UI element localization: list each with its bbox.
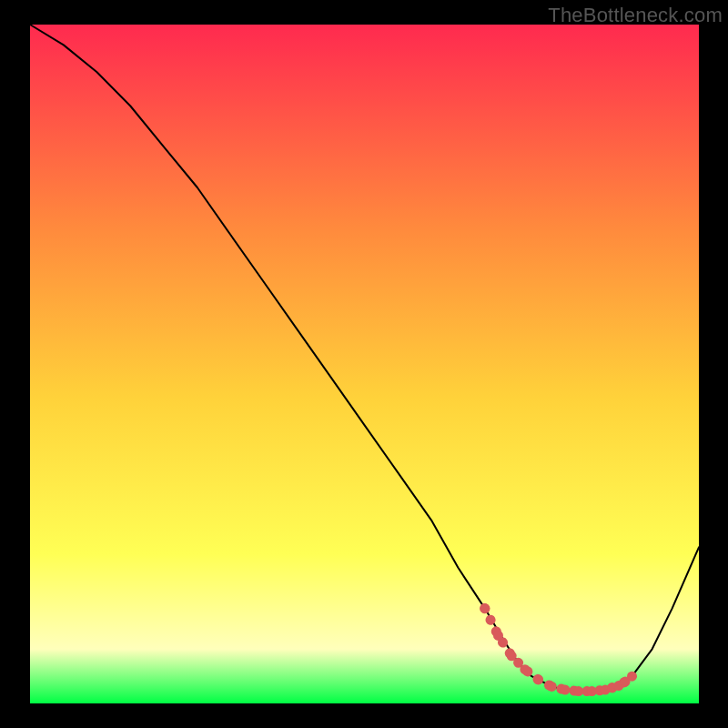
highlight-marker-dot xyxy=(547,682,557,692)
highlight-marker-dot xyxy=(587,686,597,696)
plot-background xyxy=(30,25,699,703)
highlight-marker-dot xyxy=(480,603,490,613)
chart-canvas: TheBottleneck.com xyxy=(0,0,728,728)
highlight-marker-dot xyxy=(573,686,583,696)
highlight-marker-dot xyxy=(627,672,637,682)
highlight-marker-dot xyxy=(533,674,543,684)
highlight-marker-dot xyxy=(561,685,571,695)
highlight-marker-dot xyxy=(520,664,530,674)
highlight-marker-dot xyxy=(493,631,503,641)
highlight-marker-dot xyxy=(507,651,517,661)
bottleneck-chart xyxy=(0,0,728,728)
watermark-label: TheBottleneck.com xyxy=(548,4,723,27)
